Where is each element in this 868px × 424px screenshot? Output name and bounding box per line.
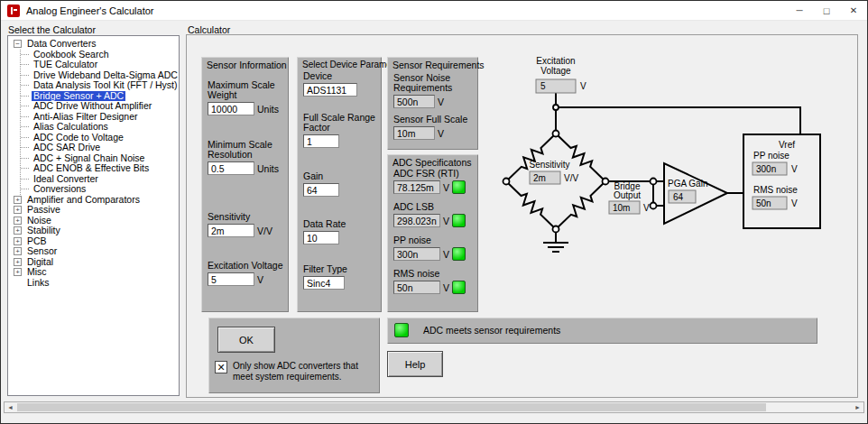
expand-icon[interactable]: + bbox=[14, 217, 22, 225]
unit-label: V bbox=[443, 182, 449, 193]
sidebar-item-adc-enob-effective-bits[interactable]: ADC ENOB & Effective Bits bbox=[21, 163, 179, 174]
sidebar-item-misc[interactable]: +Misc bbox=[8, 267, 179, 278]
sidebar-item-stability[interactable]: +Stability bbox=[8, 226, 179, 236]
excitation-voltage-display: Excitation Voltage 5 V bbox=[536, 56, 586, 93]
sidebar-item-links[interactable]: Links bbox=[8, 278, 179, 289]
svg-text:PGA Gain: PGA Gain bbox=[668, 179, 707, 189]
sensitivity-display: Sensitivity 2m V/V bbox=[529, 160, 578, 184]
data-rate-input[interactable]: 10 bbox=[303, 231, 339, 244]
expand-icon[interactable]: + bbox=[14, 268, 22, 276]
device-field: Device ADS1131 bbox=[303, 71, 377, 97]
unit-label: V bbox=[438, 128, 444, 139]
svg-text:5: 5 bbox=[540, 81, 546, 91]
calculator-tree: − Data Converters Cookbook Search TUE Ca… bbox=[7, 35, 180, 396]
filter-type-input[interactable]: Sinc4 bbox=[303, 276, 345, 290]
expand-icon[interactable]: + bbox=[14, 258, 22, 266]
sidebar-item-conversions[interactable]: Conversions bbox=[21, 184, 179, 195]
sensitivity-field: Sensitivity 2mV/V bbox=[208, 212, 283, 237]
filter-type-field: Filter Type Sinc4 bbox=[303, 264, 377, 290]
sidebar-item-adc-sar-drive[interactable]: ADC SAR Drive bbox=[21, 143, 179, 153]
expand-icon[interactable]: + bbox=[14, 247, 22, 255]
svg-text:V: V bbox=[643, 203, 650, 213]
svg-text:64: 64 bbox=[673, 192, 684, 202]
field-label: Minimum Scale Resolution bbox=[208, 140, 283, 160]
svg-text:Excitation: Excitation bbox=[536, 56, 575, 66]
ground-icon bbox=[543, 243, 568, 252]
filter-checkbox[interactable]: ✕ bbox=[215, 361, 227, 373]
bridge-circuit-diagram: Excitation Voltage 5 V Sensitivity 2m V/… bbox=[488, 51, 858, 321]
unit-label: Units bbox=[257, 104, 279, 115]
scrollbar-thumb[interactable] bbox=[17, 403, 766, 411]
field-label: Data Rate bbox=[303, 219, 377, 229]
sidebar-item-passive[interactable]: +Passive bbox=[8, 205, 179, 216]
adc-lsb-display: 298.023n bbox=[393, 214, 440, 227]
bridge-output-display: Bridge Output 10m V bbox=[609, 181, 650, 214]
sidebar-item-data-converters[interactable]: − Data Converters bbox=[8, 39, 179, 50]
device-input[interactable]: ADS1131 bbox=[303, 83, 357, 97]
field-label: ADC FSR (RTI) bbox=[393, 169, 475, 179]
expand-icon[interactable]: + bbox=[14, 196, 22, 204]
field-label: Gain bbox=[303, 171, 377, 181]
sensor-noise-requirements-field: Sensor Noise Requirements 500nV bbox=[393, 73, 471, 108]
sidebar-label: Select the Calculator bbox=[8, 24, 96, 35]
maximize-icon[interactable]: □ bbox=[813, 1, 840, 21]
unit-label: V bbox=[443, 249, 449, 260]
collapse-icon[interactable]: − bbox=[14, 40, 22, 48]
scroll-right-icon[interactable]: ► bbox=[852, 402, 863, 412]
svg-text:Sensitivity: Sensitivity bbox=[529, 160, 569, 170]
panel-title: Sensor Information bbox=[207, 60, 287, 70]
gain-input[interactable]: 64 bbox=[303, 183, 339, 197]
expand-icon[interactable]: + bbox=[14, 237, 22, 245]
unit-label: V bbox=[257, 274, 263, 285]
scroll-left-icon[interactable]: ◄ bbox=[5, 402, 16, 412]
svg-text:V: V bbox=[791, 198, 798, 208]
adc-fsr-led-indicator bbox=[452, 180, 466, 194]
ti-logo-icon bbox=[7, 5, 20, 17]
svg-text:PP noise: PP noise bbox=[753, 151, 790, 161]
field-label: Device bbox=[303, 71, 377, 81]
unit-label: V bbox=[443, 282, 449, 293]
field-label: Filter Type bbox=[303, 264, 377, 274]
svg-text:RMS noise: RMS noise bbox=[753, 185, 798, 195]
excitation-voltage-input[interactable]: 5 bbox=[208, 272, 254, 286]
sidebar-item-sensor[interactable]: +Sensor bbox=[8, 246, 179, 257]
title-bar: Analog Engineer's Calculator ─ □ ✕ bbox=[1, 1, 867, 21]
adc-lsb-led-indicator bbox=[452, 214, 466, 227]
svg-text:V: V bbox=[580, 81, 586, 91]
rms-noise-diagram-display: RMS noise 50n V bbox=[753, 185, 798, 209]
ok-button[interactable]: OK bbox=[217, 327, 275, 353]
adc-lsb-field: ADC LSB 298.023nV bbox=[393, 202, 475, 227]
svg-text:300n: 300n bbox=[756, 164, 776, 174]
field-label: Sensitivity bbox=[208, 212, 283, 222]
status-led-indicator bbox=[394, 323, 409, 337]
close-icon[interactable]: ✕ bbox=[840, 1, 867, 21]
svg-text:V: V bbox=[791, 164, 798, 174]
rms-noise-led-indicator bbox=[452, 281, 466, 294]
maximum-scale-weight-input[interactable]: 10000 bbox=[208, 102, 254, 115]
adc-fsr-display: 78.125m bbox=[393, 180, 440, 194]
help-button[interactable]: Help bbox=[387, 351, 443, 377]
sidebar-item-tue-calculator[interactable]: TUE Calculator bbox=[21, 60, 179, 70]
expand-icon[interactable]: + bbox=[14, 206, 22, 214]
sidebar-item-alias-calculations[interactable]: Alias Calculations bbox=[21, 122, 179, 133]
full-scale-range-factor-field: Full Scale Range Factor 1 bbox=[303, 113, 377, 148]
sidebar-item-data-analysis-tool-kit[interactable]: Data Analysis Tool Kit (FFT / Hyst) bbox=[21, 80, 179, 91]
expand-icon[interactable]: + bbox=[14, 226, 22, 235]
unit-label: Units bbox=[257, 163, 279, 174]
unit-label: V bbox=[443, 216, 449, 226]
sensor-noise-requirements-display: 500n bbox=[393, 95, 435, 108]
field-label: RMS noise bbox=[393, 269, 475, 279]
pga-amplifier: PGA Gain 64 bbox=[664, 163, 727, 224]
svg-text:Output: Output bbox=[614, 190, 641, 200]
gain-field: Gain 64 bbox=[303, 171, 377, 197]
sidebar-item-adc-drive-without-amplifier[interactable]: ADC Drive Without Amplifier bbox=[21, 101, 179, 112]
maximum-scale-weight-field: Maximum Scale Weight 10000Units bbox=[208, 80, 283, 115]
horizontal-scrollbar[interactable]: ◄ ► bbox=[4, 401, 864, 413]
sensitivity-input[interactable]: 2m bbox=[208, 224, 254, 237]
minimum-scale-resolution-input[interactable]: 0.5 bbox=[208, 161, 254, 175]
panel-title: Sensor Requirements bbox=[392, 60, 485, 70]
sensor-information-panel: Sensor Information Maximum Scale Weight … bbox=[201, 57, 289, 312]
minimize-icon[interactable]: ─ bbox=[786, 1, 813, 21]
full-scale-range-factor-input[interactable]: 1 bbox=[303, 134, 339, 148]
field-label: Sensor Noise Requirements bbox=[393, 73, 471, 93]
